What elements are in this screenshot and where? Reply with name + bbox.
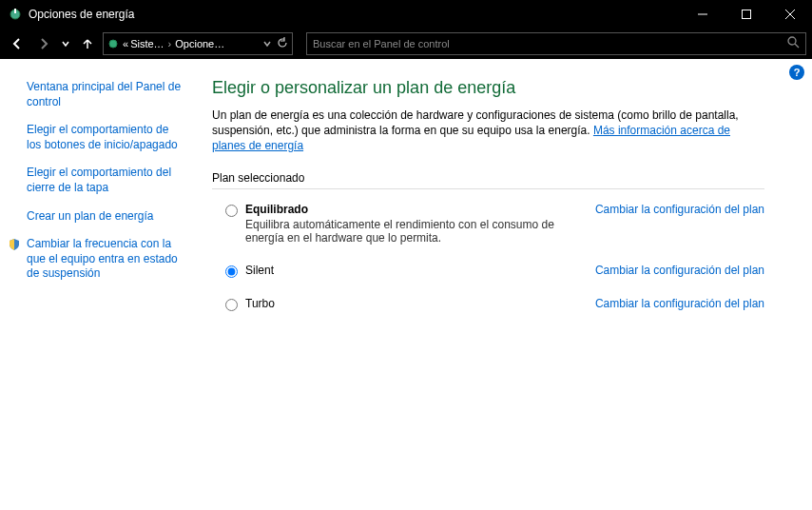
plan-radio-turbo[interactable]: [225, 299, 238, 311]
change-plan-link[interactable]: Cambiar la configuración del plan: [595, 203, 764, 216]
forward-button[interactable]: [32, 32, 55, 55]
plan-equilibrado: Equilibrado Cambiar la configuración del…: [212, 199, 764, 260]
plan-group-label: Plan seleccionado: [212, 171, 764, 189]
sidebar-create-plan[interactable]: Crear un plan de energía: [27, 209, 182, 225]
plan-description: Equilibra automáticamente el rendimiento…: [245, 218, 588, 245]
breadcrumb-prefix: «: [123, 38, 128, 49]
change-plan-link[interactable]: Cambiar la configuración del plan: [595, 297, 764, 310]
breadcrumb-system[interactable]: Siste…: [130, 38, 164, 49]
sidebar-main-panel[interactable]: Ventana principal del Panel de control: [27, 80, 182, 109]
control-panel-icon: [107, 38, 121, 49]
sidebar-power-buttons[interactable]: Elegir el comportamiento de los botones …: [27, 123, 182, 152]
svg-point-7: [788, 37, 796, 45]
plan-name[interactable]: Equilibrado: [245, 203, 308, 216]
plan-name[interactable]: Silent: [245, 264, 274, 277]
plan-name[interactable]: Turbo: [245, 297, 275, 310]
address-dropdown-icon[interactable]: [263, 38, 271, 49]
main-panel: Elegir o personalizar un plan de energía…: [195, 59, 812, 510]
sidebar-sleep-frequency[interactable]: Cambiar la frecuencia con la que el equi…: [27, 237, 182, 282]
window-controls: [681, 0, 812, 29]
content-area: ? Ventana principal del Panel de control…: [0, 59, 812, 510]
sidebar-lid-close[interactable]: Elegir el comportamiento del cierre de l…: [27, 166, 182, 195]
back-button[interactable]: [6, 32, 29, 55]
close-button[interactable]: [768, 0, 812, 29]
plan-radio-silent[interactable]: [225, 265, 238, 278]
chevron-right-icon[interactable]: ›: [166, 38, 174, 49]
svg-rect-1: [14, 9, 16, 13]
svg-point-6: [109, 40, 117, 48]
page-description: Un plan de energía es una colección de h…: [212, 108, 764, 154]
page-heading: Elegir o personalizar un plan de energía: [212, 78, 764, 98]
maximize-button[interactable]: [725, 0, 768, 29]
shield-icon: [8, 238, 21, 251]
svg-rect-3: [743, 10, 751, 19]
plan-turbo: Turbo Cambiar la configuración del plan: [212, 293, 764, 326]
help-icon[interactable]: ?: [789, 65, 804, 80]
breadcrumb-power-options[interactable]: Opcione…: [175, 38, 224, 49]
svg-line-8: [795, 44, 799, 48]
sidebar: Ventana principal del Panel de control E…: [0, 59, 195, 510]
recent-dropdown-icon[interactable]: [59, 32, 72, 55]
power-options-icon: [8, 7, 23, 22]
navbar: « Siste… › Opcione…: [0, 29, 812, 59]
refresh-icon[interactable]: [277, 37, 288, 50]
window-title: Opciones de energía: [29, 8, 681, 21]
search-bar[interactable]: [306, 32, 806, 55]
titlebar: Opciones de energía: [0, 0, 812, 29]
search-input[interactable]: [313, 38, 787, 49]
address-bar[interactable]: « Siste… › Opcione…: [103, 32, 293, 55]
search-icon[interactable]: [787, 36, 800, 51]
plan-radio-equilibrado[interactable]: [225, 205, 238, 217]
up-button[interactable]: [76, 32, 99, 55]
minimize-button[interactable]: [681, 0, 725, 29]
plan-silent: Silent Cambiar la configuración del plan: [212, 260, 764, 293]
change-plan-link[interactable]: Cambiar la configuración del plan: [595, 264, 764, 277]
